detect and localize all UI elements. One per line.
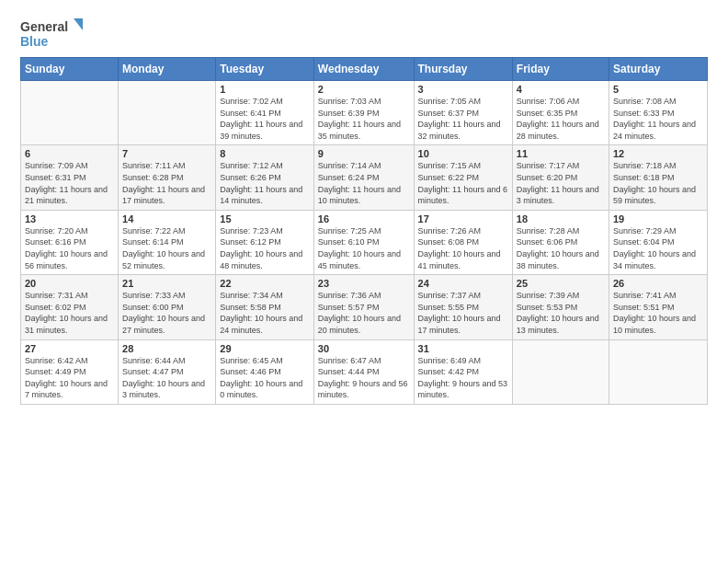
day-info: Sunrise: 6:47 AM Sunset: 4:44 PM Dayligh… bbox=[318, 355, 410, 401]
day-number: 30 bbox=[318, 343, 410, 354]
day-cell: 19Sunrise: 7:29 AM Sunset: 6:04 PM Dayli… bbox=[609, 210, 708, 274]
day-number: 18 bbox=[517, 213, 605, 224]
day-info: Sunrise: 7:15 AM Sunset: 6:22 PM Dayligh… bbox=[418, 160, 508, 206]
day-cell: 1Sunrise: 7:02 AM Sunset: 6:41 PM Daylig… bbox=[216, 81, 314, 145]
day-info: Sunrise: 7:25 AM Sunset: 6:10 PM Dayligh… bbox=[318, 225, 410, 271]
day-cell: 25Sunrise: 7:39 AM Sunset: 5:53 PM Dayli… bbox=[512, 275, 609, 339]
day-cell: 2Sunrise: 7:03 AM Sunset: 6:39 PM Daylig… bbox=[313, 81, 414, 145]
day-number: 28 bbox=[122, 343, 211, 354]
day-number: 6 bbox=[25, 148, 114, 159]
day-info: Sunrise: 6:42 AM Sunset: 4:49 PM Dayligh… bbox=[25, 355, 114, 401]
day-cell: 16Sunrise: 7:25 AM Sunset: 6:10 PM Dayli… bbox=[313, 210, 414, 274]
day-cell: 8Sunrise: 7:12 AM Sunset: 6:26 PM Daylig… bbox=[216, 145, 314, 210]
day-number: 26 bbox=[613, 278, 703, 289]
day-number: 27 bbox=[25, 343, 114, 354]
day-info: Sunrise: 7:28 AM Sunset: 6:06 PM Dayligh… bbox=[517, 225, 605, 271]
day-info: Sunrise: 6:49 AM Sunset: 4:42 PM Dayligh… bbox=[418, 355, 508, 401]
day-number: 31 bbox=[418, 343, 508, 354]
page: General Blue SundayMondayTuesdayWednesda… bbox=[0, 0, 728, 563]
day-cell bbox=[512, 339, 609, 404]
day-cell: 5Sunrise: 7:08 AM Sunset: 6:33 PM Daylig… bbox=[609, 81, 708, 145]
day-cell: 12Sunrise: 7:18 AM Sunset: 6:18 PM Dayli… bbox=[609, 145, 708, 210]
day-number: 16 bbox=[318, 213, 410, 224]
day-cell: 21Sunrise: 7:33 AM Sunset: 6:00 PM Dayli… bbox=[119, 275, 216, 339]
day-cell: 4Sunrise: 7:06 AM Sunset: 6:35 PM Daylig… bbox=[512, 81, 609, 145]
day-header-thursday: Thursday bbox=[414, 58, 512, 81]
day-info: Sunrise: 7:17 AM Sunset: 6:20 PM Dayligh… bbox=[517, 160, 605, 206]
day-info: Sunrise: 7:37 AM Sunset: 5:55 PM Dayligh… bbox=[418, 290, 508, 336]
day-header-saturday: Saturday bbox=[609, 58, 708, 81]
day-info: Sunrise: 7:03 AM Sunset: 6:39 PM Dayligh… bbox=[318, 96, 410, 142]
day-info: Sunrise: 7:31 AM Sunset: 6:02 PM Dayligh… bbox=[25, 290, 114, 336]
day-cell bbox=[119, 81, 216, 145]
day-cell bbox=[21, 81, 119, 145]
day-number: 15 bbox=[220, 213, 310, 224]
day-info: Sunrise: 7:22 AM Sunset: 6:14 PM Dayligh… bbox=[122, 225, 211, 271]
day-cell: 14Sunrise: 7:22 AM Sunset: 6:14 PM Dayli… bbox=[119, 210, 216, 274]
day-cell: 22Sunrise: 7:34 AM Sunset: 5:58 PM Dayli… bbox=[216, 275, 314, 339]
day-header-sunday: Sunday bbox=[21, 58, 119, 81]
day-cell bbox=[609, 339, 708, 404]
week-row-0: 1Sunrise: 7:02 AM Sunset: 6:41 PM Daylig… bbox=[21, 81, 708, 145]
week-row-2: 13Sunrise: 7:20 AM Sunset: 6:16 PM Dayli… bbox=[21, 210, 708, 274]
week-row-4: 27Sunrise: 6:42 AM Sunset: 4:49 PM Dayli… bbox=[21, 339, 708, 404]
day-number: 19 bbox=[613, 213, 703, 224]
day-number: 8 bbox=[220, 148, 310, 159]
day-cell: 9Sunrise: 7:14 AM Sunset: 6:24 PM Daylig… bbox=[313, 145, 414, 210]
day-number: 23 bbox=[318, 278, 410, 289]
day-number: 12 bbox=[613, 148, 703, 159]
day-cell: 26Sunrise: 7:41 AM Sunset: 5:51 PM Dayli… bbox=[609, 275, 708, 339]
day-info: Sunrise: 7:12 AM Sunset: 6:26 PM Dayligh… bbox=[220, 160, 310, 206]
day-number: 14 bbox=[122, 213, 211, 224]
week-row-1: 6Sunrise: 7:09 AM Sunset: 6:31 PM Daylig… bbox=[21, 145, 708, 210]
day-cell: 17Sunrise: 7:26 AM Sunset: 6:08 PM Dayli… bbox=[414, 210, 512, 274]
day-info: Sunrise: 7:14 AM Sunset: 6:24 PM Dayligh… bbox=[318, 160, 410, 206]
svg-marker-2 bbox=[74, 18, 83, 30]
svg-text:General: General bbox=[20, 19, 68, 34]
day-cell: 24Sunrise: 7:37 AM Sunset: 5:55 PM Dayli… bbox=[414, 275, 512, 339]
day-cell: 20Sunrise: 7:31 AM Sunset: 6:02 PM Dayli… bbox=[21, 275, 119, 339]
day-info: Sunrise: 7:33 AM Sunset: 6:00 PM Dayligh… bbox=[122, 290, 211, 336]
day-info: Sunrise: 7:18 AM Sunset: 6:18 PM Dayligh… bbox=[613, 160, 703, 206]
day-info: Sunrise: 7:39 AM Sunset: 5:53 PM Dayligh… bbox=[517, 290, 605, 336]
calendar: SundayMondayTuesdayWednesdayThursdayFrid… bbox=[20, 57, 708, 405]
calendar-header-row: SundayMondayTuesdayWednesdayThursdayFrid… bbox=[21, 58, 708, 81]
day-info: Sunrise: 7:11 AM Sunset: 6:28 PM Dayligh… bbox=[122, 160, 211, 206]
day-number: 7 bbox=[122, 148, 211, 159]
day-cell: 7Sunrise: 7:11 AM Sunset: 6:28 PM Daylig… bbox=[119, 145, 216, 210]
day-number: 29 bbox=[220, 343, 310, 354]
day-number: 2 bbox=[318, 84, 410, 95]
day-info: Sunrise: 6:44 AM Sunset: 4:47 PM Dayligh… bbox=[122, 355, 211, 401]
day-cell: 23Sunrise: 7:36 AM Sunset: 5:57 PM Dayli… bbox=[313, 275, 414, 339]
day-cell: 30Sunrise: 6:47 AM Sunset: 4:44 PM Dayli… bbox=[313, 339, 414, 404]
day-info: Sunrise: 7:06 AM Sunset: 6:35 PM Dayligh… bbox=[517, 96, 605, 142]
day-number: 17 bbox=[418, 213, 508, 224]
day-number: 4 bbox=[517, 84, 605, 95]
day-header-wednesday: Wednesday bbox=[313, 58, 414, 81]
day-info: Sunrise: 6:45 AM Sunset: 4:46 PM Dayligh… bbox=[220, 355, 310, 401]
day-info: Sunrise: 7:23 AM Sunset: 6:12 PM Dayligh… bbox=[220, 225, 310, 271]
day-header-tuesday: Tuesday bbox=[216, 58, 314, 81]
day-info: Sunrise: 7:29 AM Sunset: 6:04 PM Dayligh… bbox=[613, 225, 703, 271]
day-cell: 18Sunrise: 7:28 AM Sunset: 6:06 PM Dayli… bbox=[512, 210, 609, 274]
svg-text:Blue: Blue bbox=[20, 34, 49, 49]
day-number: 5 bbox=[613, 84, 703, 95]
day-cell: 15Sunrise: 7:23 AM Sunset: 6:12 PM Dayli… bbox=[216, 210, 314, 274]
day-info: Sunrise: 7:09 AM Sunset: 6:31 PM Dayligh… bbox=[25, 160, 114, 206]
day-info: Sunrise: 7:08 AM Sunset: 6:33 PM Dayligh… bbox=[613, 96, 703, 142]
day-cell: 6Sunrise: 7:09 AM Sunset: 6:31 PM Daylig… bbox=[21, 145, 119, 210]
day-header-friday: Friday bbox=[512, 58, 609, 81]
day-number: 24 bbox=[418, 278, 508, 289]
day-info: Sunrise: 7:26 AM Sunset: 6:08 PM Dayligh… bbox=[418, 225, 508, 271]
day-info: Sunrise: 7:36 AM Sunset: 5:57 PM Dayligh… bbox=[318, 290, 410, 336]
day-number: 21 bbox=[122, 278, 211, 289]
day-info: Sunrise: 7:41 AM Sunset: 5:51 PM Dayligh… bbox=[613, 290, 703, 336]
header: General Blue bbox=[20, 17, 708, 52]
day-number: 22 bbox=[220, 278, 310, 289]
day-cell: 3Sunrise: 7:05 AM Sunset: 6:37 PM Daylig… bbox=[414, 81, 512, 145]
day-number: 25 bbox=[517, 278, 605, 289]
day-number: 11 bbox=[517, 148, 605, 159]
day-info: Sunrise: 7:05 AM Sunset: 6:37 PM Dayligh… bbox=[418, 96, 508, 142]
day-cell: 13Sunrise: 7:20 AM Sunset: 6:16 PM Dayli… bbox=[21, 210, 119, 274]
day-info: Sunrise: 7:02 AM Sunset: 6:41 PM Dayligh… bbox=[220, 96, 310, 142]
